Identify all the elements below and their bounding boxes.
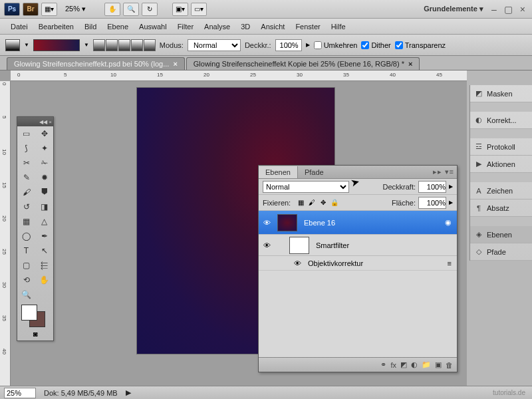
panel-masken[interactable]: ◩Masken	[470, 85, 532, 102]
gradient-type-buttons[interactable]	[93, 39, 156, 51]
path-tool-icon[interactable]: ↖	[35, 243, 53, 258]
angle-gradient-icon[interactable]	[118, 39, 130, 51]
menu-3d[interactable]: 3D	[235, 21, 255, 32]
panel-ebenen[interactable]: ◈Ebenen	[470, 226, 532, 243]
ps-app-icon[interactable]: Ps	[4, 3, 20, 16]
3d-tool-icon[interactable]: ⬱	[35, 258, 53, 273]
filter-entry-row[interactable]: 👁 Objektivkorrektur ≡	[259, 256, 457, 271]
maximize-icon[interactable]: ▢	[504, 4, 513, 15]
history-brush-icon[interactable]: ↺	[17, 200, 35, 214]
layer-row[interactable]: 👁 Ebene 16 ◉	[259, 211, 457, 235]
visibility-eye-icon[interactable]: 👁	[291, 259, 304, 267]
eyedropper-tool-icon[interactable]: ✎	[17, 170, 35, 185]
hand-tool-icon[interactable]: ✋	[35, 273, 53, 287]
foreground-color-swatch[interactable]	[21, 305, 37, 321]
menu-auswahl[interactable]: Auswahl	[134, 21, 172, 32]
flaeche-input[interactable]	[418, 197, 446, 209]
menu-bearbeiten[interactable]: Bearbeiten	[33, 21, 79, 32]
toolbox-header[interactable]: ◀◀×	[17, 117, 53, 126]
dodge-tool-icon[interactable]: ◯	[17, 229, 35, 243]
panel-protokoll[interactable]: ☲Protokoll	[470, 138, 532, 156]
layout-icon[interactable]: ▦▾	[41, 3, 57, 16]
wand-tool-icon[interactable]: ✦	[35, 141, 53, 156]
healing-tool-icon[interactable]: ✹	[35, 170, 53, 185]
menu-datei[interactable]: Datei	[5, 21, 33, 32]
menu-ebene[interactable]: Ebene	[102, 21, 134, 32]
crop-tool-icon[interactable]: ✂	[17, 156, 35, 170]
gradient-preview[interactable]	[33, 39, 80, 51]
move-tool-icon[interactable]: ✥	[35, 126, 53, 141]
close-icon[interactable]: ×	[520, 4, 525, 15]
arrange-docs-icon[interactable]: ▣▾	[172, 3, 188, 16]
lock-position-icon[interactable]: ✥	[319, 198, 328, 207]
modus-select[interactable]: Normal	[188, 39, 241, 51]
quick-mask-icon[interactable]: ◙	[17, 327, 53, 340]
filter-mask-thumbnail[interactable]	[289, 237, 309, 254]
reflected-gradient-icon[interactable]	[131, 39, 143, 51]
tab-pfade[interactable]: Pfade	[298, 166, 331, 178]
panel-menu-icon[interactable]: ▾≡	[445, 168, 454, 176]
group-icon[interactable]: 📁	[422, 360, 431, 369]
lock-transparency-icon[interactable]: ▦	[296, 198, 305, 207]
brush-tool-icon[interactable]: 🖌	[17, 185, 35, 200]
shape-tool-icon[interactable]: ▢	[17, 258, 35, 273]
radial-gradient-icon[interactable]	[106, 39, 118, 51]
lasso-tool-icon[interactable]: ⟆	[17, 141, 35, 156]
tool-preset-icon[interactable]	[5, 39, 20, 51]
dither-checkbox[interactable]: Dither	[361, 41, 390, 49]
marquee-tool-icon[interactable]: ▭	[17, 126, 35, 141]
layer-thumbnail[interactable]	[277, 214, 297, 231]
smartfilter-row[interactable]: 👁 Smartfilter	[259, 235, 457, 256]
bridge-icon[interactable]: Br	[23, 3, 39, 16]
gradient-tool-icon[interactable]: ▦	[17, 214, 35, 229]
workspace-selector[interactable]: Grundelemente ▾	[424, 5, 483, 13]
filter-name[interactable]: Objektivkorrektur	[304, 259, 448, 267]
ruler-vertical[interactable]: 0 5 10 15 20 25 30 35 40	[0, 81, 11, 386]
lock-paint-icon[interactable]: 🖌	[307, 198, 317, 207]
collapse-icon[interactable]: ▸▸	[433, 168, 442, 176]
document-tab[interactable]: Glowing Streifenscheineffekt.psd bei 50%…	[7, 57, 185, 70]
status-arrow-icon[interactable]: ▶	[126, 388, 131, 397]
panel-korrekturen[interactable]: ◐Korrekt...	[470, 112, 532, 129]
close-tab-icon[interactable]: ×	[408, 60, 412, 68]
menu-ansicht[interactable]: Ansicht	[255, 21, 290, 32]
close-tab-icon[interactable]: ×	[173, 60, 177, 68]
type-tool-icon[interactable]: T	[17, 243, 35, 258]
filter-options-icon[interactable]: ≡	[448, 259, 457, 267]
hand-tool-shortcut-icon[interactable]: ✋	[104, 3, 120, 16]
panel-absatz[interactable]: ¶Absatz	[470, 200, 532, 217]
transparenz-checkbox[interactable]: Transparenz	[395, 41, 446, 49]
layers-list[interactable]: 👁 Ebene 16 ◉ 👁 Smartfilter 👁 Objektivkor…	[259, 211, 457, 357]
layer-fx-icon[interactable]: fx	[390, 361, 396, 369]
visibility-eye-icon[interactable]: 👁	[259, 219, 275, 227]
ruler-horizontal[interactable]: 0 5 10 15 20 25 30 35 40 45	[11, 70, 467, 81]
eraser-tool-icon[interactable]: ◨	[35, 200, 53, 214]
screen-mode-icon[interactable]: ▭▾	[191, 3, 207, 16]
tab-ebenen[interactable]: Ebenen	[259, 166, 298, 178]
toolbox[interactable]: ◀◀× ▭ ✥ ⟆ ✦ ✂ ✁ ✎ ✹ 🖌 ⛊ ↺ ◨ ▦ △ ◯ ✒ T ↖ …	[17, 116, 54, 341]
linear-gradient-icon[interactable]	[93, 39, 105, 51]
slice-tool-icon[interactable]: ✁	[35, 156, 53, 170]
blend-mode-select[interactable]: Normal	[263, 181, 349, 193]
zoom-tool-shortcut-icon[interactable]: 🔍	[123, 3, 139, 16]
zoom-field[interactable]	[4, 388, 36, 398]
menu-analyse[interactable]: Analyse	[199, 21, 235, 32]
layer-mask-icon[interactable]: ◩	[400, 360, 407, 369]
new-layer-icon[interactable]: ▣	[435, 360, 442, 369]
panel-pfade[interactable]: ◇Pfade	[470, 243, 532, 261]
stamp-tool-icon[interactable]: ⛊	[35, 185, 53, 200]
layer-name[interactable]: Ebene 16	[300, 219, 445, 227]
lock-all-icon[interactable]: 🔒	[330, 198, 339, 207]
pen-tool-icon[interactable]: ✒	[35, 229, 53, 243]
menu-filter[interactable]: Filter	[172, 21, 199, 32]
zoom-tool-icon[interactable]: 🔍	[17, 287, 35, 302]
zoom-display[interactable]: 25% ▾	[65, 5, 86, 13]
menu-bild[interactable]: Bild	[79, 21, 102, 32]
diamond-gradient-icon[interactable]	[144, 39, 156, 51]
minimize-icon[interactable]: –	[491, 4, 497, 15]
link-layers-icon[interactable]: ⚭	[380, 360, 386, 369]
panel-zeichen[interactable]: AZeichen	[470, 182, 532, 200]
blur-tool-icon[interactable]: △	[35, 214, 53, 229]
color-swatches[interactable]	[17, 302, 53, 327]
deckkraft-input[interactable]	[418, 181, 446, 193]
